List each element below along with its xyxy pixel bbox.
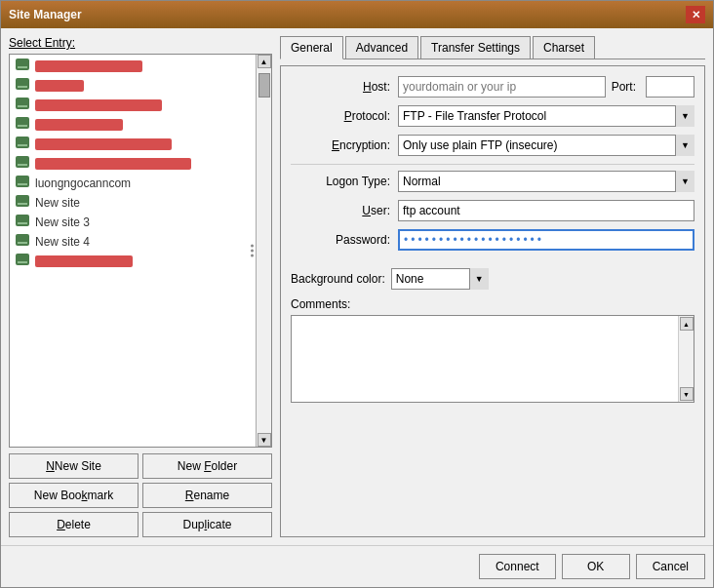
user-input[interactable]	[398, 200, 694, 221]
server-icon	[16, 215, 31, 230]
protocol-select-wrapper: FTP - File Transfer Protocol SFTP - SSH …	[398, 105, 694, 127]
rename-button[interactable]: Rename	[142, 483, 272, 508]
delete-button[interactable]: Delete	[9, 512, 139, 537]
list-item[interactable]: New site	[12, 193, 254, 213]
tab-general[interactable]: General	[280, 36, 343, 59]
server-icon	[16, 234, 31, 250]
list-item[interactable]	[12, 135, 254, 154]
grip-lines	[251, 245, 254, 257]
host-input[interactable]	[398, 76, 606, 98]
new-site-button[interactable]: NNew Site	[9, 453, 139, 479]
server-icon	[16, 254, 31, 269]
encryption-select[interactable]: Only use plain FTP (insecure) Use explic…	[398, 135, 694, 156]
new-site-3-label: New site 3	[35, 216, 90, 229]
logon-type-row: Logon Type: Normal Anonymous Ask for pas…	[291, 171, 694, 192]
encryption-select-wrapper: Only use plain FTP (insecure) Use explic…	[398, 135, 694, 156]
comments-area: ▲ ▼	[291, 315, 694, 403]
protocol-label: Protocol:	[291, 109, 398, 123]
server-icon	[16, 78, 31, 94]
form-area: Host: Port: Protocol: FTP - File Transfe…	[280, 65, 705, 537]
port-label: Port:	[612, 80, 636, 94]
list-item[interactable]	[12, 57, 254, 76]
list-item[interactable]: New site 4	[12, 232, 254, 252]
encryption-label: Encryption:	[291, 138, 398, 152]
encryption-row: Encryption: Only use plain FTP (insecure…	[291, 135, 694, 156]
list-item[interactable]	[12, 115, 254, 135]
tabs-bar: General Advanced Transfer Settings Chars…	[280, 36, 705, 59]
list-item[interactable]: New site 3	[12, 213, 254, 232]
separator	[291, 164, 694, 165]
server-icon	[16, 59, 31, 74]
comments-label: Comments:	[291, 297, 694, 311]
logon-type-label: Logon Type:	[291, 175, 398, 188]
select-entry-label: Select Entry:	[9, 36, 272, 50]
server-icon	[16, 156, 31, 172]
bottom-buttons: NNew Site New Folder New Bookmark Rename…	[9, 453, 272, 537]
list-item[interactable]	[12, 252, 254, 271]
server-icon	[16, 176, 31, 191]
list-item[interactable]	[12, 76, 254, 96]
tab-transfer-settings[interactable]: Transfer Settings	[420, 36, 531, 59]
server-icon	[16, 117, 31, 133]
host-row: Host: Port:	[291, 76, 694, 98]
user-row: User:	[291, 200, 694, 221]
tab-charset[interactable]: Charset	[533, 36, 595, 59]
protocol-row: Protocol: FTP - File Transfer Protocol S…	[291, 105, 694, 127]
title-bar: Site Manager ✕	[1, 1, 713, 28]
scroll-track	[258, 68, 271, 433]
background-color-row: Background color: None Red Green Blue ▼	[291, 268, 694, 290]
left-panel: Select Entry:	[9, 36, 272, 537]
comments-textarea[interactable]	[292, 316, 678, 402]
tree-scrollbar[interactable]: ▲ ▼	[256, 55, 271, 447]
logon-type-select-wrapper: Normal Anonymous Ask for password Intera…	[398, 171, 694, 192]
tab-advanced[interactable]: Advanced	[345, 36, 418, 59]
password-row: Password:	[291, 229, 694, 251]
comments-scroll-down[interactable]: ▼	[680, 387, 694, 401]
ok-button[interactable]: OK	[562, 554, 630, 579]
comments-scroll-track	[679, 332, 694, 386]
new-site-4-label: New site 4	[35, 235, 90, 249]
scroll-up-button[interactable]: ▲	[258, 55, 271, 68]
comments-scrollbar[interactable]: ▲ ▼	[678, 316, 694, 402]
list-item[interactable]: luongngocanncom	[12, 174, 254, 193]
right-panel: General Advanced Transfer Settings Chars…	[280, 36, 705, 537]
scroll-down-button[interactable]: ▼	[258, 433, 271, 447]
cancel-button[interactable]: Cancel	[636, 554, 705, 579]
new-bookmark-button[interactable]: New Bookmark	[9, 483, 139, 508]
bg-color-select-wrapper: None Red Green Blue ▼	[391, 268, 489, 290]
duplicate-button[interactable]: Duplicate	[142, 512, 272, 537]
server-icon	[16, 98, 31, 113]
window-title: Site Manager	[9, 8, 82, 21]
list-item[interactable]	[12, 154, 254, 174]
connect-button[interactable]: Connect	[479, 554, 556, 579]
password-input[interactable]	[398, 229, 694, 251]
new-folder-button[interactable]: New Folder	[142, 453, 272, 479]
logon-type-select[interactable]: Normal Anonymous Ask for password Intera…	[398, 171, 694, 192]
comments-scroll-up[interactable]: ▲	[680, 317, 694, 331]
server-icon	[16, 195, 31, 211]
server-icon	[16, 137, 31, 152]
bg-color-label: Background color:	[291, 272, 385, 286]
port-input[interactable]	[646, 76, 694, 98]
footer-bar: Connect OK Cancel	[1, 545, 713, 587]
scroll-thumb[interactable]	[258, 73, 270, 98]
host-input-group: Port:	[398, 76, 694, 98]
user-label: User:	[291, 204, 398, 217]
protocol-select[interactable]: FTP - File Transfer Protocol SFTP - SSH …	[398, 105, 694, 127]
close-button[interactable]: ✕	[686, 6, 705, 23]
list-item[interactable]	[12, 96, 254, 115]
site-tree[interactable]: luongngocanncom New site New site 3 New …	[9, 54, 272, 448]
host-label: Host:	[291, 80, 398, 94]
bg-color-select[interactable]: None Red Green Blue	[391, 268, 489, 290]
password-label: Password:	[291, 233, 398, 247]
window-content: Select Entry:	[1, 28, 713, 545]
new-site-label: New site	[35, 196, 80, 210]
site-manager-window: Site Manager ✕ Select Entry:	[0, 0, 714, 588]
